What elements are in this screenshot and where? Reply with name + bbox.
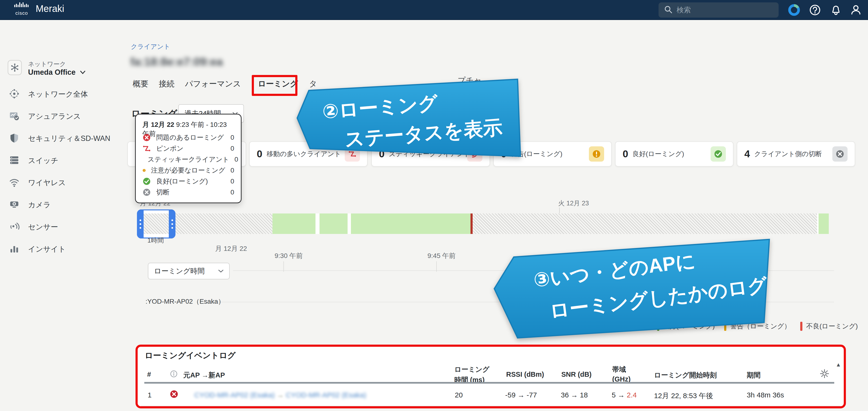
sidebar-item-switch[interactable]: スイッチ: [0, 151, 130, 170]
annotation-red-box-roaming-tab: [252, 75, 298, 96]
chevron-down-icon: [218, 269, 223, 273]
selection-handle-left[interactable]: [137, 209, 144, 238]
row-roam-time: 20: [455, 391, 463, 399]
timeline-segment-gap: [315, 213, 319, 234]
sidebar-item-camera[interactable]: カメラ: [0, 196, 130, 214]
event-log-title: ローミングイベントログ: [145, 350, 236, 361]
col-band-line1[interactable]: 帯域: [612, 365, 626, 374]
band-value-red: 2.4: [627, 391, 637, 399]
timeline-selection-brush[interactable]: [137, 209, 176, 238]
from-ap-link[interactable]: CYOD-MR-AP02 (Esaka): [194, 391, 275, 399]
col-number[interactable]: #: [147, 371, 151, 378]
tab-overview[interactable]: 概要: [133, 79, 148, 89]
summary-card-client-disconnects[interactable]: 4 クライアント側の切断: [737, 141, 855, 167]
client-name-blurred: fa:18:8e:e7:09:ea: [130, 55, 223, 68]
row-band: 5 → 2.4: [612, 391, 637, 399]
search-placeholder: 検索: [677, 5, 691, 15]
info-icon[interactable]: [170, 370, 178, 379]
top-navbar: cisco Meraki 検索: [0, 0, 868, 20]
ap-row-label: :YOD-MR-AP02（Esaka）: [146, 297, 225, 306]
sidebar-item-sensor[interactable]: センサー: [0, 217, 130, 237]
axis-label-930: 9:30 午前: [275, 251, 303, 260]
timeline-segment-redline: [470, 213, 473, 234]
sidebar-item-insight[interactable]: インサイト: [0, 240, 130, 259]
timeline-segment-hatch: [473, 213, 817, 234]
chart-gridline: [210, 302, 834, 302]
to-ap-link[interactable]: CYOD-MR-AP02 (Esaka): [286, 391, 366, 399]
summary-card-sticky-clients[interactable]: 0 スティッキークライアント: [371, 141, 490, 167]
col-duration[interactable]: 期間: [747, 371, 761, 380]
timeline-segment-green: [351, 213, 470, 234]
row-rssi: -59 → -77: [505, 391, 537, 399]
annotation-step3-line2: ローミングしたかのログ: [549, 274, 769, 322]
tooltip-row-sticky: スティッキークライアント0: [143, 154, 234, 165]
axis-tick: [283, 261, 284, 272]
summary-card-warning-roaming[interactable]: 0 警告(ローミング): [493, 141, 612, 167]
sticky-client-icon: [467, 146, 483, 162]
check-circle-icon: [143, 177, 151, 186]
tab-fragment-right[interactable]: プチャ: [458, 75, 482, 86]
brand-logo[interactable]: cisco Meraki: [14, 2, 64, 16]
gear-icon[interactable]: [819, 369, 830, 380]
timeline-date-right: 火 12月 23: [558, 199, 589, 207]
tab-performance[interactable]: パフォーマンス: [185, 79, 241, 89]
legend-connected: 接続中: [616, 322, 648, 331]
metric-select[interactable]: ローミング時間: [148, 263, 230, 280]
summary-card-moving-clients[interactable]: 0 移動の多いクライアント: [249, 141, 368, 167]
chart-legend: 接続中 良好(ローミング) 警告（ローミング） 不良(ローミング): [616, 322, 858, 331]
scroll-up-arrow[interactable]: ▲: [836, 361, 841, 368]
axis-label-945: 9:45 午前: [428, 251, 456, 260]
camera-icon: [9, 199, 20, 211]
legend-bad-roaming: 不良(ローミング): [800, 322, 858, 331]
legend-bar-icon: [800, 322, 802, 331]
legend-bar-icon: [657, 322, 659, 331]
cisco-wordmark: cisco: [16, 10, 28, 16]
table-row-divider: [141, 406, 840, 406]
shield-icon: [9, 133, 20, 144]
insight-icon: [9, 243, 20, 255]
col-start-time[interactable]: ローミング開始時刻: [654, 371, 717, 380]
row-ap-transition[interactable]: CYOD-MR-AP02 (Esaka) → CYOD-MR-AP02 (Esa…: [194, 391, 366, 399]
notifications-bell-icon[interactable]: [829, 3, 843, 17]
warning-circle-icon: [143, 166, 146, 175]
row-number: 1: [148, 391, 152, 399]
network-selector[interactable]: Umeda Office: [28, 68, 86, 77]
account-icon[interactable]: [849, 3, 863, 17]
search-input[interactable]: 検索: [658, 2, 779, 18]
col-rssi[interactable]: RSSI (dBm): [506, 371, 544, 378]
timeline-segment-green: [273, 213, 315, 234]
col-ap[interactable]: 元AP →新AP: [183, 371, 225, 380]
legend-warning-roaming: 警告（ローミング）: [724, 322, 791, 331]
error-circle-icon: [143, 133, 151, 142]
spaces-logo-icon[interactable]: [787, 3, 801, 17]
selection-handle-right[interactable]: [169, 209, 176, 238]
row-duration: 3h 48m 36s: [747, 391, 784, 399]
sidebar-item-security-sdwan[interactable]: セキュリティ＆SD-WAN: [0, 129, 130, 148]
pingpong-icon: [143, 144, 151, 153]
table-header-divider: [144, 382, 834, 384]
help-icon[interactable]: [808, 3, 822, 17]
tab-fragment-left[interactable]: タ: [309, 79, 317, 89]
timeline-date-tick: [559, 207, 560, 213]
chevron-down-icon: [80, 70, 86, 74]
summary-card-good-roaming[interactable]: 0 良好(ローミング): [615, 141, 734, 167]
sidebar: ネットワーク Umeda Office ネットワーク全体 アシュアランス セキュ…: [0, 20, 130, 411]
col-roam-time-line1[interactable]: ローミング: [454, 365, 490, 374]
tooltip-row-good: 良好(ローミング)0: [143, 176, 234, 187]
error-circle-icon: [169, 389, 179, 400]
tooltip-row-disconnect: 切断0: [143, 187, 234, 198]
breadcrumb-clients[interactable]: クライアント: [131, 42, 170, 51]
timeline-overview-bar[interactable]: [138, 213, 829, 234]
switch-icon: [9, 155, 20, 166]
axis-tick: [436, 261, 437, 272]
row-start-time: 12月 22, 8:53 午後: [654, 391, 713, 401]
sidebar-item-assurance[interactable]: アシュアランス: [0, 107, 130, 126]
tab-connection[interactable]: 接続: [159, 79, 175, 89]
sidebar-item-wireless[interactable]: ワイヤレス: [0, 173, 130, 192]
assurance-icon: [9, 111, 20, 122]
col-snr[interactable]: SNR (dB): [561, 371, 591, 378]
sidebar-item-network-wide[interactable]: ネットワーク全体: [0, 85, 130, 104]
chart-gridline: [233, 270, 834, 271]
network-selector-label: ネットワーク: [28, 60, 66, 68]
legend-dash-icon: [616, 325, 624, 327]
